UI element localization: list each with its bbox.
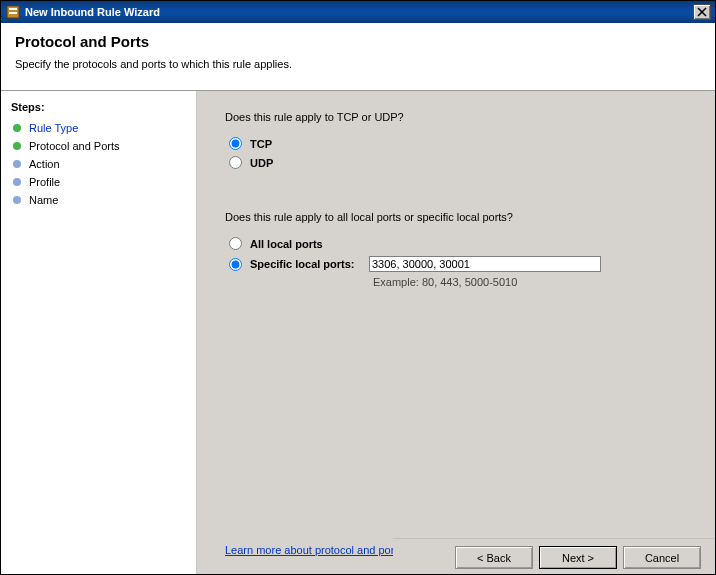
wizard-header: Protocol and Ports Specify the protocols… [1,23,715,74]
page-title: Protocol and Ports [15,33,701,50]
step-label: Action [29,158,60,170]
specific-ports-radio[interactable] [229,258,242,271]
step-rule-type[interactable]: Rule Type [1,119,196,137]
ports-input[interactable] [369,256,601,272]
step-bullet-icon [13,196,21,204]
step-profile[interactable]: Profile [1,173,196,191]
titlebar: New Inbound Rule Wizard [1,1,715,23]
next-button[interactable]: Next > [539,546,617,569]
window-title: New Inbound Rule Wizard [25,6,693,18]
wizard-content: Does this rule apply to TCP or UDP? TCP … [197,91,715,575]
tcp-radio[interactable] [229,137,242,150]
step-name[interactable]: Name [1,191,196,209]
page-subtitle: Specify the protocols and ports to which… [15,58,701,70]
udp-radio[interactable] [229,156,242,169]
protocol-question: Does this rule apply to TCP or UDP? [225,111,695,123]
close-icon [697,7,707,17]
ports-question: Does this rule apply to all local ports … [225,211,695,223]
all-ports-label: All local ports [250,238,323,250]
svg-rect-1 [9,8,17,10]
step-protocol-ports[interactable]: Protocol and Ports [1,137,196,155]
step-bullet-icon [13,160,21,168]
app-icon [5,4,21,20]
wizard-footer: < Back Next > Cancel [393,538,715,575]
cancel-button[interactable]: Cancel [623,546,701,569]
step-label: Rule Type [29,122,78,134]
step-bullet-icon [13,178,21,186]
steps-heading: Steps: [1,99,196,119]
ports-example: Example: 80, 443, 5000-5010 [373,276,695,288]
step-label: Name [29,194,58,206]
step-bullet-icon [13,142,21,150]
tcp-label: TCP [250,138,272,150]
specific-ports-label: Specific local ports: [250,258,355,270]
steps-sidebar: Steps: Rule Type Protocol and Ports Acti… [1,91,197,575]
svg-rect-2 [9,12,17,14]
udp-label: UDP [250,157,273,169]
step-label: Profile [29,176,60,188]
step-bullet-icon [13,124,21,132]
back-button[interactable]: < Back [455,546,533,569]
all-ports-radio[interactable] [229,237,242,250]
step-label: Protocol and Ports [29,140,120,152]
close-button[interactable] [693,4,711,20]
step-action[interactable]: Action [1,155,196,173]
